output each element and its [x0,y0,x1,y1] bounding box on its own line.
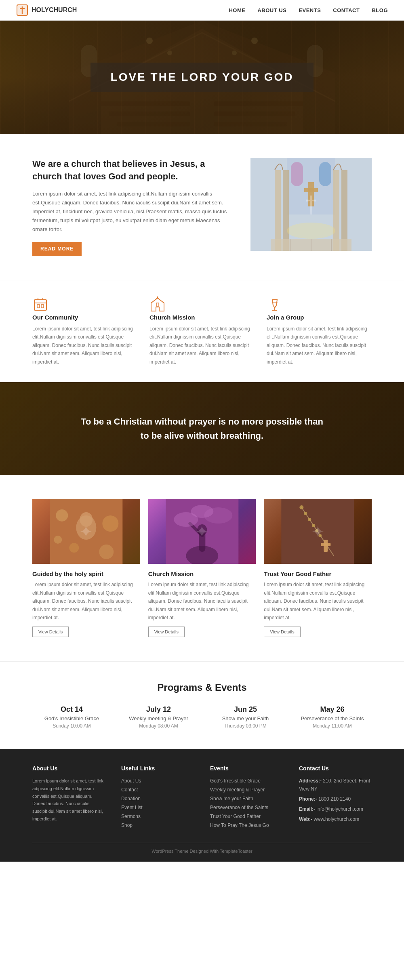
program-time-3: Monday 11:00 AM [293,723,372,729]
footer-email-label: Email:- [299,806,315,812]
footer: About Us Lorem ipsum dolor sit amet, tes… [0,749,404,862]
svg-point-52 [56,509,68,522]
quote-text: To be a Christian without prayer is no m… [81,414,323,443]
footer-event-1[interactable]: God's Irresistible Grace [210,778,261,784]
svg-point-69 [300,505,304,509]
nav-about[interactable]: ABOUT US [257,7,286,13]
card-good-father: Trust Your Good Father Lorem ipsum dolor… [264,499,372,637]
nav-home[interactable]: HOME [229,7,245,13]
feature-group: Join a Group Lorem ipsum dolor sit amet,… [267,297,372,366]
feature-community-title: Our Community [32,314,137,321]
card-2-button[interactable]: View Details [148,627,185,637]
svg-point-51 [80,512,93,527]
footer-event-3[interactable]: Show me your Faith [210,796,253,801]
svg-point-29 [287,223,335,239]
card-1-desc: Lorem ipsum dolor sit amet, test link ad… [32,580,140,622]
footer-link-sermons[interactable]: Sermons [121,814,141,819]
card-image-2 [148,499,256,564]
svg-point-56 [54,536,62,544]
program-time-0: Sunday 10:00 AM [32,723,111,729]
svg-marker-42 [151,298,164,311]
svg-point-53 [102,515,118,532]
svg-point-60 [197,524,207,536]
footer-email: Email:- info@holychurch.com [299,805,372,813]
footer-event-2[interactable]: Weekly meeting & Prayer [210,787,265,793]
svg-rect-36 [34,300,46,310]
footer-phone-value: 1800 210 2140 [318,796,351,802]
quote-section: To be a Christian without prayer is no m… [0,382,404,475]
program-name-3: Perseverance of the Saints [293,715,372,721]
card-1-button[interactable]: View Details [32,627,69,637]
cards-section: Guided by the holy spirit Lorem ipsum do… [0,475,404,661]
feature-community: Our Community Lorem ipsum dolor sit amet… [32,297,137,366]
footer-web-value: www.holychurch.com [314,816,359,822]
program-item-0: Oct 14 God's Irresistible Grace Sunday 1… [32,705,111,729]
svg-rect-59 [199,532,205,552]
about-image [250,158,372,251]
footer-web: Web:- www.holychurch.com [299,816,372,823]
feature-group-title: Join a Group [267,314,372,321]
cathedral-illustration [250,158,372,251]
footer-about-desc: Lorem ipsum dolor sit amet, test link ad… [32,777,105,822]
logo[interactable]: HOLYCHURCH [16,4,77,16]
mission-icon [149,297,166,313]
about-text: We are a church that believes in Jesus, … [32,158,234,256]
nav-contact[interactable]: CONTACT [333,7,360,13]
svg-rect-39 [41,305,44,308]
footer-events-col: Events God's Irresistible Grace Weekly m… [210,765,283,831]
programs-title: Programs & Events [32,682,372,693]
svg-point-72 [312,524,316,527]
card-image-1 [32,499,140,564]
footer-web-label: Web:- [299,816,312,822]
footer-contact-title: Contact Us [299,765,372,772]
program-name-1: Weekly meeting & Prayer [119,715,198,721]
card-3-illustration [264,499,372,564]
svg-point-70 [304,512,307,515]
card-placeholder-1 [32,499,140,564]
footer-address: Address:- 210, 2nd Street, Front View NY [299,777,372,793]
footer-about-col: About Us Lorem ipsum dolor sit amet, tes… [32,765,105,831]
footer-link-events[interactable]: Event List [121,805,143,810]
card-3-button[interactable]: View Details [264,627,300,637]
nav-events[interactable]: EVENTS [299,7,321,13]
program-date-2: Jun 25 [206,705,285,714]
program-item-2: Jun 25 Show me your Faith Thursday 03:00… [206,705,285,729]
nav-blog[interactable]: BLOG [372,7,388,13]
footer-event-5[interactable]: Trust Your Good Father [210,814,261,819]
footer-about-title: About Us [32,765,105,772]
card-3-title: Trust Your Good Father [264,570,372,577]
svg-rect-27 [308,182,314,206]
feature-mission: Church Mission Lorem ipsum dolor sit ame… [149,297,255,366]
program-date-3: May 26 [293,705,372,714]
feature-group-desc: Lorem ipsum dolor sit amet, test link ad… [267,325,372,366]
program-date-0: Oct 14 [32,705,111,714]
svg-rect-45 [156,303,159,306]
community-icon [32,297,48,313]
footer-link-shop[interactable]: Shop [121,822,133,828]
footer-link-contact[interactable]: Contact [121,787,138,793]
footer-phone-label: Phone:- [299,796,317,802]
footer-event-4[interactable]: Perseverance of the Saints [210,805,268,810]
svg-rect-31 [319,162,331,186]
footer-link-donation[interactable]: Donation [121,796,141,801]
footer-event-6[interactable]: How To Pray The Jesus Go [210,822,269,828]
card-2-title: Church Mission [148,570,256,577]
card-2-desc: Lorem ipsum dolor sit amet, test link ad… [148,580,256,622]
svg-point-55 [99,545,114,559]
footer-link-about[interactable]: About Us [121,778,141,784]
footer-grid: About Us Lorem ipsum dolor sit amet, tes… [32,765,372,831]
card-2-illustration [148,499,256,564]
features-section: Our Community Lorem ipsum dolor sit amet… [0,280,404,382]
programs-section: Programs & Events Oct 14 God's Irresisti… [0,661,404,749]
hero-content: LOVE THE LORD YOUR GOD [90,63,314,92]
card-holy-spirit: Guided by the holy spirit Lorem ipsum do… [32,499,140,637]
hero-section: LOVE THE LORD YOUR GOD [0,21,404,134]
program-item-3: May 26 Perseverance of the Saints Monday… [293,705,372,729]
read-more-button[interactable]: READ MORE [32,242,82,256]
logo-text: HOLYCHURCH [32,6,77,14]
footer-links-title: Useful Links [121,765,194,772]
footer-links-col: Useful Links About Us Contact Donation E… [121,765,194,831]
card-1-title: Guided by the holy spirit [32,570,140,577]
svg-rect-65 [282,499,354,564]
svg-point-74 [319,534,322,537]
